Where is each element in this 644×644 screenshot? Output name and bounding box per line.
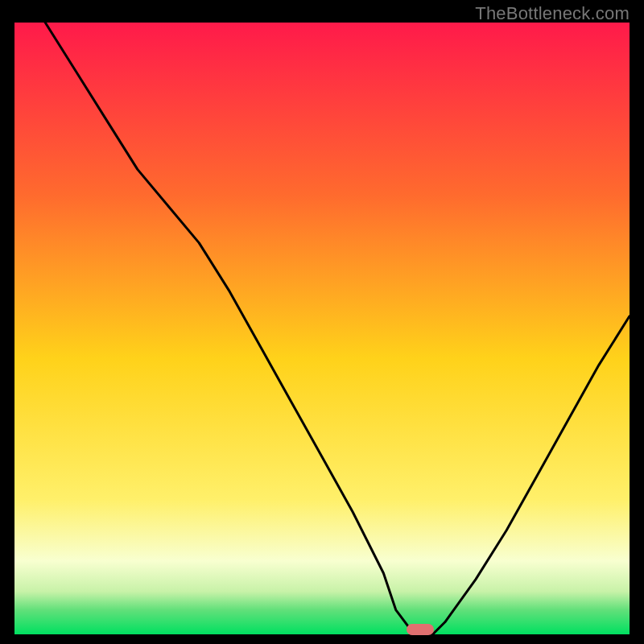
chart-frame [14,23,630,634]
gradient-background [14,23,630,634]
watermark-text: TheBottleneck.com [475,3,630,24]
optimum-marker [407,624,434,635]
bottleneck-chart [14,23,630,634]
